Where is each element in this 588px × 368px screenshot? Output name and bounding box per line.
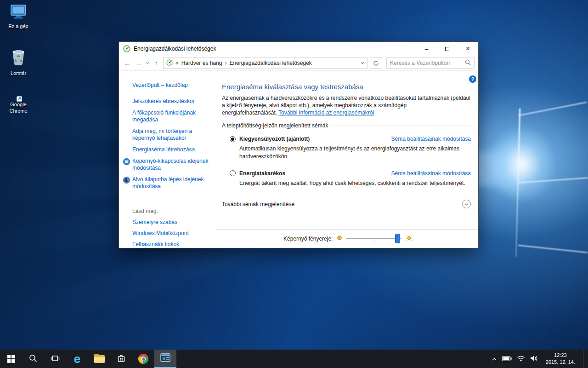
search-icon[interactable] xyxy=(465,59,471,67)
clock-date: 2015. 12. 14. xyxy=(546,359,575,366)
power-options-window: Energiagazdálkodási lehetőségek – × ← → … xyxy=(119,41,479,248)
taskbar-chrome-button[interactable] xyxy=(132,350,154,368)
maximize-button[interactable] xyxy=(437,42,458,56)
plan-name: Energiatakarékos xyxy=(239,170,285,177)
speaker-icon xyxy=(530,355,538,363)
section-divider xyxy=(333,126,471,126)
window-body: Vezérlőpult – kezdőlap Jelszókérés ébres… xyxy=(119,71,478,248)
sidebar-item-power-button-function[interactable]: A főkapcsoló funkciójának megadása xyxy=(132,109,212,124)
history-dropdown-chevron[interactable] xyxy=(146,62,149,64)
tray-network-button[interactable] xyxy=(517,355,525,363)
brightness-slider[interactable] xyxy=(346,234,401,244)
sidebar-item-windows-mobility-center[interactable]: Windows Mobilközpont xyxy=(132,230,212,236)
page-title: Energiaséma kiválasztása vagy testreszab… xyxy=(222,83,471,91)
battery-icon xyxy=(502,356,512,362)
show-additional-plans-row: További sémák megjelenítése xyxy=(222,200,471,208)
change-plan-settings-link-balanced[interactable]: Séma beállításainak módosítása xyxy=(391,136,471,142)
display-icon xyxy=(123,158,130,167)
tray-volume-button[interactable] xyxy=(530,355,538,363)
show-additional-plans-label: További sémák megjelenítése xyxy=(222,201,294,207)
power-plan-power-saver: Energiatakarékos Séma beállításainak mód… xyxy=(230,170,471,187)
brightness-label: Képernyő fényereje: xyxy=(283,236,333,242)
help-button[interactable]: ? xyxy=(469,75,476,83)
recycle-bin-icon xyxy=(10,48,27,69)
brightness-slider-thumb[interactable] xyxy=(395,234,400,243)
window-titlebar[interactable]: Energiagazdálkodási lehetőségek – × xyxy=(119,42,478,56)
this-pc-icon xyxy=(9,4,28,22)
taskbar-store-button[interactable] xyxy=(110,350,132,368)
desktop-icon-this-pc[interactable]: Ez a gép xyxy=(1,4,36,30)
sidebar-item-display-off-time[interactable]: Képernyő-kikapcsolás idejének módosítása xyxy=(132,158,212,172)
forward-button[interactable]: → xyxy=(134,60,143,67)
show-more-plans-button[interactable] xyxy=(462,200,471,208)
more-info-link[interactable]: További információ az energiasémákról xyxy=(278,109,374,116)
sidebar: Vezérlőpult – kezdőlap Jelszókérés ébres… xyxy=(119,71,216,248)
radio-power-saver[interactable] xyxy=(230,170,236,176)
search-icon xyxy=(29,354,37,364)
edge-icon: e xyxy=(74,353,80,365)
page-description: Az energiasémák a hardvereszközökre és a… xyxy=(222,95,471,116)
taskbar-search-button[interactable] xyxy=(22,350,44,368)
search-input[interactable] xyxy=(390,60,465,66)
store-icon xyxy=(117,354,126,364)
sidebar-item-create-power-plan[interactable]: Energiaséma létrehozása xyxy=(132,146,212,154)
desktop-icon-google-chrome[interactable]: Google Chrome xyxy=(1,100,36,115)
power-options-icon xyxy=(123,45,130,52)
sidebar-item-label: Képernyő-kikapcsolás idejének módosítása xyxy=(132,158,208,172)
task-view-button[interactable] xyxy=(44,350,66,368)
plan-description: Automatikusan kiegyensúlyozza a teljesít… xyxy=(239,145,465,160)
back-button[interactable]: ← xyxy=(123,60,132,67)
address-dropdown-chevron[interactable] xyxy=(361,62,364,64)
file-explorer-icon xyxy=(94,355,105,363)
wallpaper-window-edge xyxy=(518,245,588,253)
minimize-button[interactable]: – xyxy=(416,42,437,56)
taskbar-control-panel-button[interactable] xyxy=(154,350,176,368)
windows-logo-icon xyxy=(7,355,15,363)
show-desktop-button[interactable] xyxy=(583,350,585,368)
close-icon: × xyxy=(466,45,470,53)
tray-battery-button[interactable] xyxy=(502,356,512,362)
close-button[interactable]: × xyxy=(458,42,478,56)
start-button[interactable] xyxy=(0,350,22,368)
see-also-heading: Lásd még: xyxy=(132,208,212,214)
brightness-dim-icon xyxy=(336,235,343,243)
desktop-icon-label: Lomtár xyxy=(11,70,26,77)
taskbar-file-explorer-button[interactable] xyxy=(88,350,110,368)
control-panel-window-icon xyxy=(160,353,170,363)
section-header-battery-meter-plans: A teleptöltöttség-jelzőn megjelenített s… xyxy=(222,122,471,129)
control-panel-icon xyxy=(166,59,173,67)
shortcut-arrow-icon xyxy=(17,96,22,102)
sidebar-item-password-on-wake[interactable]: Jelszókérés ébresztéskor xyxy=(132,98,212,105)
window-title: Energiagazdálkodási lehetőségek xyxy=(134,46,416,52)
up-button[interactable]: ↑ xyxy=(152,60,161,66)
sidebar-item-sleep-time[interactable]: Alvó állapotba lépés idejének módosítása xyxy=(132,176,212,190)
section-divider xyxy=(299,204,458,204)
search-box xyxy=(386,58,475,69)
breadcrumb-power-options[interactable]: Energiagazdálkodási lehetőségek xyxy=(229,60,311,66)
sidebar-item-user-accounts[interactable]: Felhasználói fiókok xyxy=(132,241,212,247)
tray-show-hidden-icons-button[interactable] xyxy=(492,356,497,362)
screen: Ez a gép Lomtár Google Chrome xyxy=(0,0,588,368)
sidebar-item-lid-close-action[interactable]: Adja meg, mi történjen a képernyő lehajt… xyxy=(132,128,212,142)
desktop-icon-recycle-bin[interactable]: Lomtár xyxy=(1,48,36,77)
slider-track[interactable] xyxy=(346,238,401,239)
sidebar-item-personalization[interactable]: Személyre szabás xyxy=(132,219,212,225)
brightness-bright-icon xyxy=(405,234,413,244)
sidebar-item-control-panel-home[interactable]: Vezérlőpult – kezdőlap xyxy=(132,82,212,88)
desktop-icon-label: Google Chrome xyxy=(4,102,33,115)
radio-balanced[interactable] xyxy=(230,136,236,142)
power-plan-balanced: Kiegyensúlyozott (ajánlott) Séma beállít… xyxy=(230,136,471,160)
address-bar[interactable]: « Hardver és hang › Energiagazdálkodási … xyxy=(163,58,368,69)
content-pane: ? Energiaséma kiválasztása vagy testresz… xyxy=(216,71,478,248)
breadcrumb-hardware-and-sound[interactable]: Hardver és hang xyxy=(181,60,222,66)
wifi-icon xyxy=(517,355,525,363)
help-icon: ? xyxy=(471,76,475,82)
sidebar-item-label: Alvó állapotba lépés idejének módosítása xyxy=(132,176,204,190)
refresh-button[interactable] xyxy=(370,58,382,69)
maximize-icon xyxy=(445,47,449,51)
taskbar-clock[interactable]: 12:23 2015. 12. 14. xyxy=(543,352,578,366)
taskbar-edge-button[interactable]: e xyxy=(66,350,88,368)
clock-time: 12:23 xyxy=(554,352,567,359)
breadcrumb-overflow-chevron[interactable]: « xyxy=(175,60,179,66)
change-plan-settings-link-power-saver[interactable]: Séma beállításainak módosítása xyxy=(391,170,471,177)
